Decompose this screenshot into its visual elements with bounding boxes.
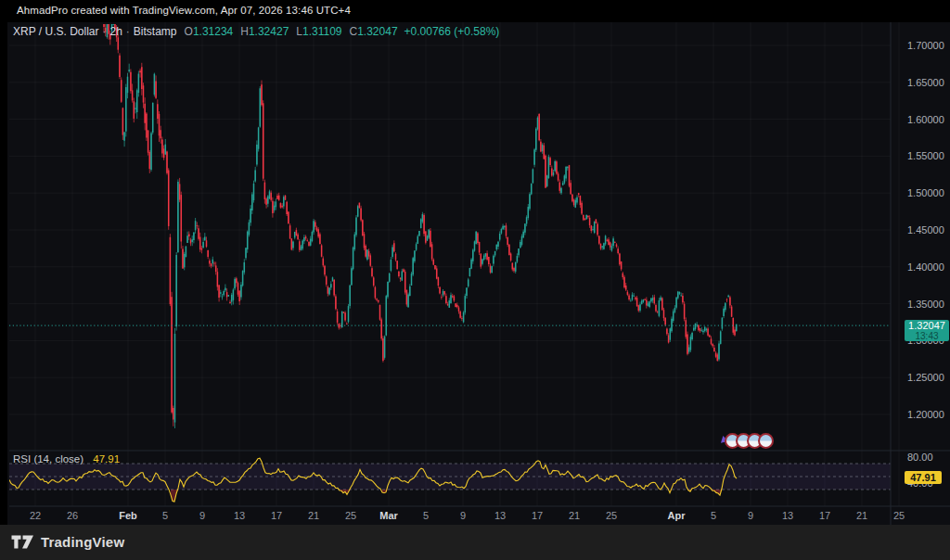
low-key: L (296, 25, 302, 38)
price-tick-label: 1.65000 (907, 77, 944, 88)
time-tick-label: 17 (271, 510, 282, 521)
price-tick-label: 1.40000 (907, 261, 944, 273)
time-tick-label: 9 (460, 510, 466, 521)
open-value: 1.31234 (193, 25, 233, 38)
emoji-sticker[interactable] (758, 433, 774, 449)
emoji-sticker-group[interactable] (729, 431, 774, 450)
tradingview-logo-icon (11, 535, 34, 549)
time-tick-label: 26 (67, 510, 78, 521)
time-tick-label: 13 (234, 510, 245, 521)
close-key: C (350, 25, 358, 38)
price-tick-label: 1.60000 (907, 114, 944, 125)
tradingview-logo-text: TradingView (41, 534, 124, 550)
time-tick-label: 21 (308, 510, 319, 521)
chart-plot[interactable] (0, 0, 950, 560)
time-tick-label: 25 (893, 510, 905, 521)
low-value: 1.31109 (302, 25, 342, 38)
rsi-value-label: 47.91 (905, 471, 942, 484)
last-price-label: 1.32047 13:43 (905, 320, 949, 341)
open-key: O (185, 25, 193, 38)
time-tick-month: Apr (668, 510, 686, 521)
candles-layer (104, 24, 737, 428)
time-tick-label: 21 (856, 510, 867, 521)
price-tick-label: 1.70000 (907, 40, 944, 51)
tradingview-snapshot: AhmadPro created with TradingView.com, A… (0, 0, 950, 560)
price-tick-label: 1.35000 (907, 299, 944, 310)
price-tick-label: 1.25000 (907, 372, 944, 383)
rsi-axis-upper-label: 80.00 (907, 452, 933, 463)
rsi-title: RSI (13, 453, 31, 465)
price-tick-label: 1.50000 (907, 187, 944, 198)
time-tick-label: 13 (782, 510, 793, 521)
time-axis[interactable]: 2226Feb5913172125Mar5913172125Apr5913172… (0, 506, 950, 525)
change-value: +0.00766 (+0.58%) (404, 25, 500, 38)
time-tick-label: 21 (569, 510, 580, 521)
legend-separator: · (102, 25, 106, 38)
time-tick-label: 22 (30, 510, 41, 521)
price-tick-label: 1.45000 (907, 224, 944, 235)
time-tick-month: Mar (379, 510, 398, 521)
exchange-label: Bitstamp (134, 25, 177, 38)
price-tick-label: 1.55000 (907, 150, 944, 161)
rsi-params: (14, close) (33, 453, 83, 465)
high-value: 1.32427 (249, 25, 289, 38)
time-tick-label: 5 (711, 510, 716, 521)
tradingview-logo[interactable]: TradingView (11, 534, 124, 550)
last-price-value: 1.32047 (905, 321, 949, 331)
price-tick-label: 1.20000 (907, 409, 944, 420)
time-tick-label: 5 (162, 510, 168, 521)
interval-label: 2h (109, 25, 122, 38)
bottom-bar: TradingView (0, 525, 950, 560)
legend-separator: · (126, 25, 130, 38)
rsi-oversold-fill (171, 490, 722, 502)
symbol-name: XRP / U.S. Dollar (13, 25, 98, 38)
rsi-current-value: 47.91 (93, 453, 120, 465)
bar-countdown: 13:43 (905, 331, 949, 341)
time-tick-label: 13 (494, 510, 506, 521)
time-tick-label: 25 (345, 510, 356, 521)
time-tick-label: 9 (199, 510, 205, 521)
symbol-legend: XRP / U.S. Dollar·2h·BitstampO1.31234H1.… (13, 25, 499, 38)
time-tick-label: 9 (748, 510, 753, 521)
rsi-legend: RSI (14, close) 47.91 (13, 453, 120, 465)
close-value: 1.32047 (357, 25, 397, 38)
time-tick-label: 17 (819, 510, 830, 521)
time-tick-label: 17 (532, 510, 543, 521)
time-tick-label: 5 (423, 510, 429, 521)
time-tick-month: Feb (119, 510, 137, 521)
high-key: H (240, 25, 249, 38)
time-tick-label: 25 (606, 510, 617, 521)
